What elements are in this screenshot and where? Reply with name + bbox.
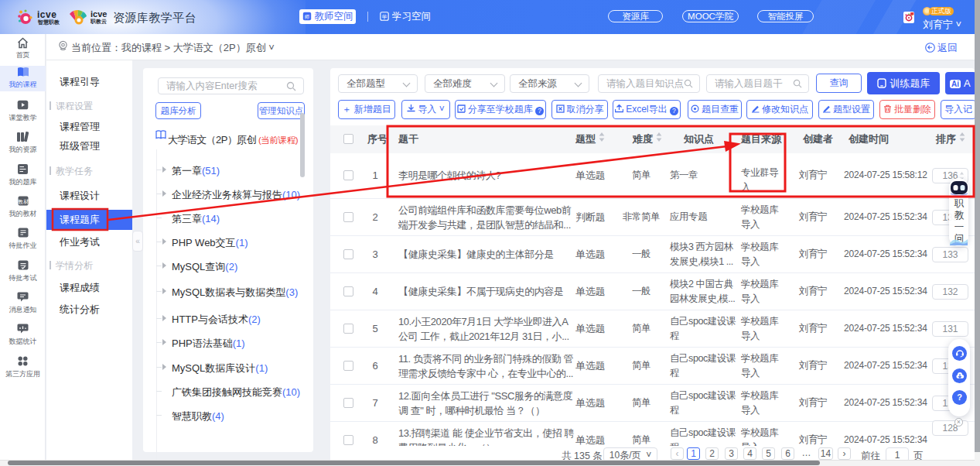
svg-text:师: 师 [304, 14, 309, 19]
svg-text:教材: 教材 [18, 199, 29, 205]
svg-text:学: 学 [382, 14, 388, 19]
